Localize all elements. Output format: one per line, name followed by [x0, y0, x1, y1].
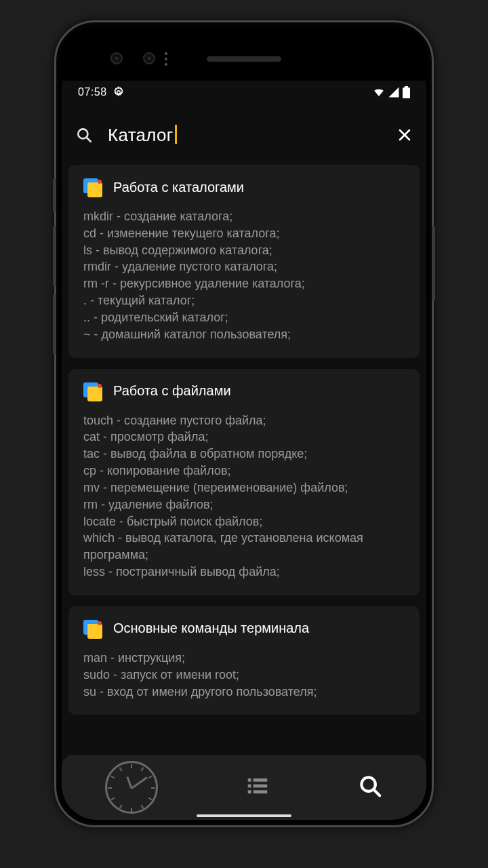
nav-list-button[interactable] — [245, 773, 270, 802]
bottom-nav — [62, 755, 426, 820]
camera-icon — [143, 52, 155, 64]
search-header: Каталог — [62, 113, 426, 157]
close-icon[interactable] — [396, 127, 413, 143]
card-header: Работа с файлами — [83, 382, 405, 400]
nav-recent-button[interactable] — [105, 761, 158, 814]
clock-icon — [105, 761, 158, 814]
camera-icon — [110, 52, 123, 64]
card-header: Работа с каталогами — [83, 178, 405, 196]
note-icon — [83, 620, 101, 637]
svg-line-14 — [373, 789, 380, 795]
phone-frame: 07:58 — [54, 20, 434, 827]
status-time: 07:58 — [78, 86, 107, 98]
side-button — [53, 294, 56, 355]
svg-point-0 — [117, 91, 120, 94]
note-card[interactable]: Работа с файлами touch - создание пустог… — [68, 369, 420, 595]
card-body: man - инструкция; sudo - запуск от имени… — [83, 650, 405, 700]
note-card[interactable]: Работа с каталогами mkdir - создание кат… — [68, 165, 420, 358]
speaker-grille — [207, 56, 281, 62]
nav-search-button[interactable] — [357, 773, 383, 802]
sensor-dots — [165, 52, 167, 66]
results-list[interactable]: Работа с каталогами mkdir - создание кат… — [62, 157, 426, 820]
battery-icon — [403, 86, 410, 98]
note-icon — [83, 178, 101, 196]
svg-rect-11 — [248, 790, 251, 793]
side-button — [53, 178, 56, 212]
signal-icon — [388, 86, 400, 98]
text-cursor — [175, 125, 177, 144]
app-screen: 07:58 — [62, 81, 426, 820]
svg-rect-12 — [253, 790, 268, 793]
note-card[interactable]: Основные команды терминала man - инструк… — [68, 606, 420, 715]
svg-rect-7 — [248, 778, 251, 782]
search-input[interactable]: Каталог — [108, 125, 177, 146]
search-icon[interactable] — [75, 126, 93, 144]
svg-rect-10 — [253, 785, 268, 788]
note-icon — [83, 382, 101, 400]
card-body: touch - создание пустого файла; cat - пр… — [83, 412, 405, 580]
svg-rect-1 — [403, 87, 410, 98]
status-bar: 07:58 — [62, 81, 426, 104]
gear-icon — [113, 86, 125, 98]
side-button — [432, 226, 435, 300]
side-button — [53, 226, 56, 287]
wifi-icon — [373, 86, 385, 98]
card-title: Работа с каталогами — [113, 180, 244, 195]
card-title: Работа с файлами — [113, 383, 231, 399]
card-body: mkdir - создание каталога; cd - изменени… — [83, 208, 405, 343]
home-indicator[interactable] — [197, 814, 291, 817]
card-header: Основные команды терминала — [83, 620, 405, 637]
search-query-text: Каталог — [108, 125, 174, 145]
phone-inner: 07:58 — [62, 28, 426, 820]
svg-rect-2 — [405, 86, 408, 87]
canvas: 07:58 — [0, 0, 488, 868]
svg-rect-8 — [253, 778, 268, 782]
svg-rect-9 — [248, 785, 251, 788]
svg-line-4 — [86, 137, 90, 141]
card-title: Основные команды терминала — [113, 620, 309, 636]
notch-bar — [62, 28, 426, 81]
